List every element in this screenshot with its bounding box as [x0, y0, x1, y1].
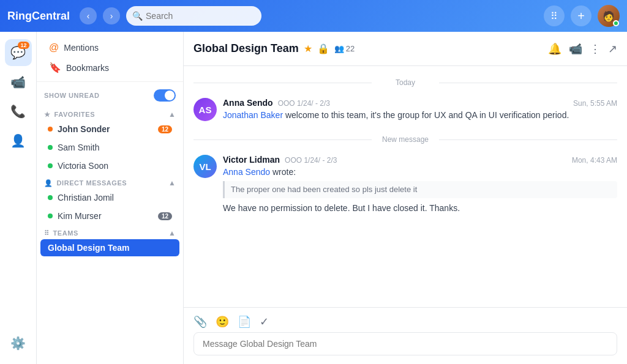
bookmarks-icon: 🔖 [49, 62, 61, 73]
message-content: Victor Lidman OOO 1/24/ - 2/3 Mon, 4:43 … [223, 155, 617, 215]
sidebar-messages-button[interactable]: 💬 12 [5, 39, 32, 66]
team-global-design[interactable]: Global Design Team [40, 239, 179, 256]
message-status: OOO 1/24/ - 2/3 [278, 99, 330, 108]
sidebar-video-button[interactable]: 📹 [5, 69, 32, 95]
teams-label: ⠿ TEAMS [44, 229, 78, 237]
date-divider: Today [193, 78, 617, 87]
sidebar-phone-button[interactable]: 📞 [5, 98, 32, 125]
mention-link[interactable]: Jonathan Baker [223, 110, 283, 120]
message-input[interactable] [193, 332, 617, 355]
messages-list: Today AS Anna Sendo OOO 1/24/ - 2/3 Sun,… [184, 66, 627, 307]
online-status-dot [613, 20, 619, 26]
favorites-label: ★ FAVORITES [44, 111, 95, 119]
dm-section-header[interactable]: 👤 DIRECT MESSAGES ▲ [37, 175, 183, 188]
message-author: Victor Lidman [223, 155, 280, 165]
settings-button[interactable]: ⚙️ [5, 330, 32, 357]
dm-chevron-icon: ▲ [168, 179, 176, 187]
bookmarks-label: Bookmarks [66, 63, 109, 73]
contact-name: Kim Murser [58, 211, 153, 221]
quoted-author-link[interactable]: Anna Sendo [223, 167, 270, 177]
back-button[interactable]: ‹ [80, 7, 97, 24]
members-icon: 👥 [334, 44, 344, 53]
mentions-label: Mentions [64, 43, 99, 53]
contact-victoria-soon[interactable]: Victoria Soon [40, 157, 179, 174]
lock-icon: 🔒 [317, 43, 329, 54]
contact-name: John Sonder [58, 124, 153, 134]
settings-icon: ⚙️ [10, 336, 26, 351]
top-navigation: RingCentral ‹ › 🔍 ⠿ + 🧑 [0, 0, 627, 32]
message-content: Anna Sendo OOO 1/24/ - 2/3 Sun, 5:55 AM … [223, 98, 617, 122]
dm-label: 👤 DIRECT MESSAGES [44, 179, 127, 187]
status-dot-busy [48, 127, 53, 132]
messages-badge: 12 [18, 42, 29, 49]
message-status: OOO 1/24/ - 2/3 [285, 156, 337, 165]
contact-kim-murser[interactable]: Kim Murser 12 [40, 207, 179, 225]
more-options-icon[interactable]: ⋮ [590, 42, 601, 56]
avatar: VL [193, 155, 217, 178]
chat-area: Global Design Team ★ 🔒 👥 22 🔔 📹 ⋮ ↗ Toda… [184, 32, 627, 364]
contact-christian-jomil[interactable]: Christian Jomil [40, 189, 179, 206]
contact-name: Christian Jomil [58, 193, 172, 202]
apps-button[interactable]: ⠿ [544, 6, 565, 26]
favorites-section-header[interactable]: ★ FAVORITES ▲ [37, 106, 183, 120]
contact-sam-smith[interactable]: Sam Smith [40, 139, 179, 156]
search-wrap: 🔍 [126, 6, 432, 26]
contacts-icon: 👤 [10, 133, 26, 148]
emoji-icon[interactable]: 🙂 [216, 315, 229, 329]
video-icon: 📹 [10, 75, 26, 89]
status-dot-online [48, 145, 53, 150]
add-button[interactable]: + [571, 6, 591, 26]
main-layout: 💬 12 📹 📞 👤 ⚙️ @ Mentions 🔖 Bookmarks [0, 32, 627, 364]
profile-action-icon[interactable]: 🔔 [548, 42, 561, 56]
message-text: Jonathan Baker welcome to this team, it'… [223, 109, 617, 122]
topnav-right: ⠿ + 🧑 [544, 5, 620, 27]
chat-header: Global Design Team ★ 🔒 👥 22 🔔 📹 ⋮ ↗ [184, 32, 627, 66]
attachment-icon[interactable]: 📎 [193, 315, 207, 329]
search-input[interactable] [126, 6, 261, 26]
bookmarks-link[interactable]: 🔖 Bookmarks [43, 58, 177, 78]
teams-icon: ⠿ [44, 229, 50, 237]
app-logo: RingCentral [7, 10, 70, 23]
quoted-message: The proper one had been created so pls j… [223, 181, 617, 198]
teams-chevron-icon: ▲ [168, 229, 176, 237]
chat-title: Global Design Team [193, 42, 299, 55]
contact-john-sonder[interactable]: John Sonder 12 [40, 121, 179, 138]
icon-sidebar: 💬 12 📹 📞 👤 ⚙️ [0, 32, 37, 364]
member-count: 👥 22 [334, 44, 355, 53]
show-unread-row: SHOW UNREAD [37, 84, 183, 106]
sidebar-contacts-button[interactable]: 👤 [5, 127, 32, 154]
show-unread-label: SHOW UNREAD [44, 92, 99, 99]
unread-badge: 12 [158, 125, 172, 133]
person-icon: 👤 [44, 179, 53, 187]
teams-section-header[interactable]: ⠿ TEAMS ▲ [37, 225, 183, 239]
message-body: We have no permission to delete. But I h… [223, 202, 617, 215]
message-header: Victor Lidman OOO 1/24/ - 2/3 Mon, 4:43 … [223, 155, 617, 165]
message-time: Mon, 4:43 AM [572, 156, 617, 165]
star-favorite-icon[interactable]: ★ [304, 43, 312, 54]
mentions-icon: @ [49, 42, 59, 53]
status-dot-online [48, 163, 53, 168]
user-avatar[interactable]: 🧑 [598, 5, 620, 27]
left-panel-top: @ Mentions 🔖 Bookmarks [37, 32, 183, 82]
show-unread-toggle[interactable] [154, 89, 176, 102]
message-row: VL Victor Lidman OOO 1/24/ - 2/3 Mon, 4:… [193, 155, 617, 215]
checkmark-icon[interactable]: ✓ [260, 315, 269, 329]
unread-badge: 12 [158, 212, 172, 220]
star-icon: ★ [44, 111, 51, 119]
message-text: Anna Sendo wrote: The proper one had bee… [223, 166, 617, 215]
status-dot-online [48, 214, 53, 218]
favorites-chevron-icon: ▲ [168, 110, 176, 119]
message-row: AS Anna Sendo OOO 1/24/ - 2/3 Sun, 5:55 … [193, 98, 617, 122]
search-icon: 🔍 [132, 11, 143, 21]
video-call-icon[interactable]: 📹 [569, 42, 582, 56]
document-icon[interactable]: 📄 [238, 315, 251, 329]
left-panel: @ Mentions 🔖 Bookmarks SHOW UNREAD ★ FAV… [37, 32, 184, 364]
chat-input-area: 📎 🙂 📄 ✓ [184, 307, 627, 364]
expand-icon[interactable]: ↗ [608, 42, 617, 56]
team-name: Global Design Team [48, 243, 172, 253]
mentions-link[interactable]: @ Mentions [43, 38, 177, 58]
chat-header-right: 🔔 📹 ⋮ ↗ [548, 42, 617, 56]
contact-name: Victoria Soon [58, 161, 172, 171]
forward-button[interactable]: › [103, 7, 120, 24]
message-author: Anna Sendo [223, 98, 273, 108]
